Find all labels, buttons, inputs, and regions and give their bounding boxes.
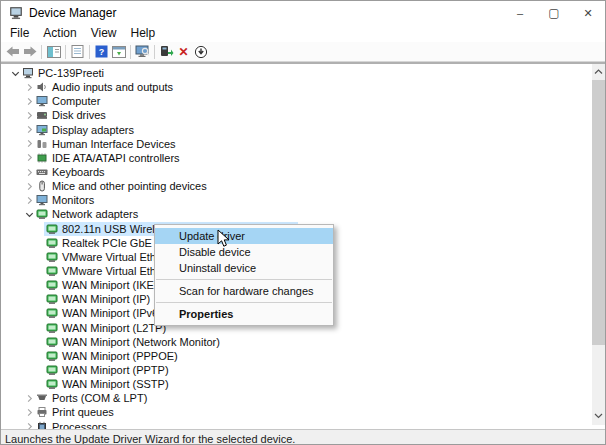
chevron-down-icon[interactable]	[22, 208, 36, 220]
tree-item-wan-netmon[interactable]: WAN Miniport (Network Monitor)	[1, 335, 605, 349]
help-icon[interactable]: ?	[93, 43, 110, 60]
uninstall-device-icon[interactable]: ✕	[175, 43, 192, 60]
context-menu-update-driver[interactable]: Update driver	[155, 228, 333, 244]
network-adapter-icon	[46, 322, 58, 334]
window-title: Device Manager	[29, 6, 503, 20]
tree-item-hid[interactable]: Human Interface Devices	[1, 137, 605, 151]
maximize-button[interactable]: ▢	[537, 1, 571, 25]
menu-file[interactable]: File	[3, 25, 36, 42]
expander-spacer	[32, 265, 46, 277]
tree-item-ide-controllers[interactable]: IDE ATA/ATAPI controllers	[1, 151, 605, 165]
tree-item-display-adapters[interactable]: Display adapters	[1, 123, 605, 137]
disable-device-icon[interactable]	[192, 43, 209, 60]
network-adapter-icon	[46, 279, 58, 291]
minimize-button[interactable]: –	[503, 1, 537, 25]
export-list-icon[interactable]	[69, 43, 86, 60]
context-menu-scan-hardware[interactable]: Scan for hardware changes	[155, 283, 333, 299]
computer-icon	[22, 67, 34, 79]
status-bar: Launches the Update Driver Wizard for th…	[1, 429, 605, 445]
svg-text:?: ?	[99, 47, 105, 57]
chevron-right-icon[interactable]	[22, 194, 36, 206]
network-adapter-icon	[46, 251, 58, 263]
monitor-icon	[36, 95, 48, 107]
port-icon	[36, 392, 48, 404]
chevron-right-icon[interactable]	[22, 81, 36, 93]
tree-item-computer[interactable]: Computer	[1, 94, 605, 108]
menu-view[interactable]: View	[84, 25, 124, 42]
ide-controller-icon	[36, 152, 48, 164]
toolbar: ? ✕	[1, 42, 605, 62]
tree-item-keyboards[interactable]: Keyboards	[1, 165, 605, 179]
chevron-right-icon[interactable]	[22, 124, 36, 136]
audio-icon	[36, 81, 48, 93]
chevron-right-icon[interactable]	[22, 180, 36, 192]
chevron-right-icon[interactable]	[22, 406, 36, 418]
close-button[interactable]: ✕	[571, 1, 605, 25]
expander-spacer	[32, 223, 46, 235]
network-adapter-icon	[46, 223, 58, 235]
expander-spacer	[32, 322, 46, 334]
tree-item-wan-pptp[interactable]: WAN Miniport (PPTP)	[1, 363, 605, 377]
scroll-down-icon[interactable]	[592, 408, 605, 423]
context-menu-properties[interactable]: Properties	[155, 306, 333, 322]
keyboard-icon	[36, 166, 48, 178]
tree-item-processors[interactable]: Processors	[1, 420, 605, 429]
title-bar: Device Manager – ▢ ✕	[1, 1, 605, 25]
scroll-up-icon[interactable]	[592, 64, 605, 79]
scrollbar-thumb[interactable]	[592, 80, 605, 345]
chevron-right-icon[interactable]	[22, 152, 36, 164]
tree-item-print-queues[interactable]: Print queues	[1, 405, 605, 419]
tree-item-monitors[interactable]: Monitors	[1, 193, 605, 207]
device-manager-window: Device Manager – ▢ ✕ File Action View He…	[0, 0, 606, 445]
context-menu-disable-device[interactable]: Disable device	[155, 244, 333, 260]
vertical-scrollbar[interactable]	[592, 64, 605, 425]
properties-window-icon[interactable]	[110, 43, 127, 60]
processor-icon	[36, 421, 48, 429]
expander-spacer	[32, 336, 46, 348]
expander-spacer	[32, 378, 46, 390]
mouse-cursor-icon	[217, 229, 230, 248]
tree-item-disk-drives[interactable]: Disk drives	[1, 108, 605, 122]
network-adapter-icon	[46, 307, 58, 319]
network-adapter-icon	[46, 336, 58, 348]
toolbar-separator	[130, 45, 131, 59]
menu-separator	[156, 302, 332, 303]
chevron-right-icon[interactable]	[22, 138, 36, 150]
hid-icon	[36, 138, 48, 150]
expander-spacer	[32, 307, 46, 319]
toolbar-separator	[89, 45, 90, 59]
network-adapter-icon	[46, 293, 58, 305]
menu-help[interactable]: Help	[124, 25, 163, 42]
tree-item-computer-root[interactable]: PC-139Preeti	[1, 66, 605, 80]
chevron-right-icon[interactable]	[22, 166, 36, 178]
disk-icon	[36, 109, 48, 121]
toolbar-separator	[65, 45, 66, 59]
tree-item-mice[interactable]: Mice and other pointing devices	[1, 179, 605, 193]
scan-hardware-icon[interactable]	[134, 43, 151, 60]
status-text: Launches the Update Driver Wizard for th…	[5, 433, 295, 445]
chevron-right-icon[interactable]	[22, 109, 36, 121]
chevron-right-icon[interactable]	[22, 95, 36, 107]
show-console-tree-icon[interactable]	[45, 43, 62, 60]
tree-item-ports[interactable]: Ports (COM & LPT)	[1, 391, 605, 405]
printer-icon	[36, 406, 48, 418]
chevron-right-icon[interactable]	[22, 392, 36, 404]
back-icon[interactable]	[4, 43, 21, 60]
chevron-right-icon[interactable]	[22, 421, 36, 429]
forward-icon[interactable]	[21, 43, 38, 60]
tree-item-audio[interactable]: Audio inputs and outputs	[1, 80, 605, 94]
tree-item-wan-pppoe[interactable]: WAN Miniport (PPPOE)	[1, 349, 605, 363]
menu-action[interactable]: Action	[36, 25, 83, 42]
network-adapter-icon	[46, 378, 58, 390]
mouse-icon	[36, 180, 48, 192]
tree-item-wan-sstp[interactable]: WAN Miniport (SSTP)	[1, 377, 605, 391]
context-menu-uninstall-device[interactable]: Uninstall device	[155, 260, 333, 276]
network-adapter-icon	[46, 364, 58, 376]
expander-spacer	[32, 251, 46, 263]
update-driver-icon[interactable]	[158, 43, 175, 60]
chevron-down-icon[interactable]	[8, 67, 22, 79]
network-adapter-icon	[46, 350, 58, 362]
tree-item-network-adapters[interactable]: Network adapters	[1, 207, 605, 221]
context-menu: Update driver Disable device Uninstall d…	[154, 224, 334, 326]
expander-spacer	[32, 350, 46, 362]
